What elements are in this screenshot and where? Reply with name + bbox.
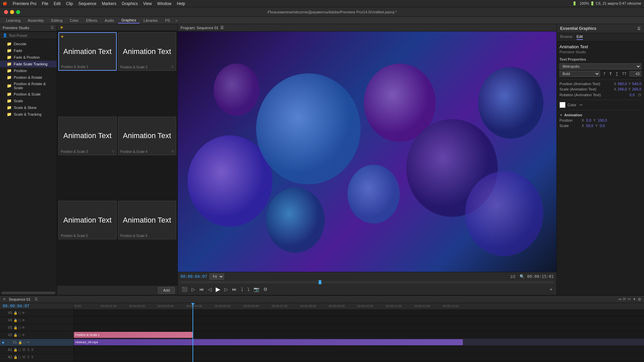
timeline-playhead[interactable] bbox=[193, 309, 193, 362]
position-x-value[interactable]: 960,0 bbox=[618, 82, 627, 86]
export-frame-button[interactable]: 📷 bbox=[252, 286, 261, 293]
preset-scale[interactable]: 📁 Scale bbox=[0, 98, 57, 104]
v5-track-content[interactable] bbox=[74, 309, 644, 316]
v1-clip[interactable]: Abstract_08.mp4 bbox=[74, 339, 463, 345]
v5-eye-icon[interactable]: 👁 bbox=[22, 311, 25, 315]
maximize-button[interactable] bbox=[16, 10, 20, 14]
tab-editing[interactable]: Editing bbox=[48, 18, 66, 23]
insert-button[interactable]: ⤵ bbox=[239, 286, 245, 293]
ripple-edit-tool[interactable]: ⟳ bbox=[623, 297, 626, 302]
menu-help[interactable]: Help bbox=[177, 1, 185, 6]
font-size-input[interactable] bbox=[630, 71, 641, 76]
anim-position-x-value[interactable]: 0,0 bbox=[586, 118, 591, 122]
preset-position[interactable]: 📁 Position bbox=[0, 67, 57, 74]
overwrite-button[interactable]: ⤵ bbox=[246, 286, 251, 293]
v3-eye-icon[interactable]: 👁 bbox=[22, 326, 25, 329]
close-button[interactable] bbox=[4, 10, 8, 14]
tab-libraries[interactable]: Libraries bbox=[140, 18, 161, 23]
menu-window[interactable]: Window bbox=[157, 1, 172, 6]
a1-sync-icon[interactable]: ⬡ bbox=[18, 348, 21, 352]
preset-card-2[interactable]: Animation Text Position & Scale 2 ☆ bbox=[118, 32, 176, 71]
play-button[interactable]: ▶ bbox=[214, 285, 222, 294]
color-swatch[interactable] bbox=[559, 102, 566, 108]
anim-scale-x-value[interactable]: 50,0 bbox=[586, 124, 593, 128]
preset-fade-scale-tracking[interactable]: 📁 Fade Scale Tracking bbox=[0, 61, 57, 67]
menu-edit[interactable]: Edit bbox=[54, 1, 61, 6]
scale-x-value[interactable]: 266,0 bbox=[618, 87, 627, 91]
monitor-scrubbar[interactable] bbox=[180, 281, 554, 284]
mark-in-button[interactable]: ⬛ bbox=[180, 286, 189, 293]
a2-sync-icon[interactable]: ⬡ bbox=[18, 355, 21, 359]
current-timecode[interactable]: 00:00:04:07 bbox=[180, 274, 207, 279]
tab-assembly[interactable]: Assembly bbox=[24, 18, 47, 23]
scale-y-value[interactable]: 266,0 bbox=[632, 87, 641, 91]
settings-button[interactable]: ⚙ bbox=[262, 286, 269, 293]
timeline-menu-icon[interactable]: ☰ bbox=[35, 297, 38, 301]
v3-track-content[interactable] bbox=[74, 324, 644, 331]
anim-position-y-value[interactable]: 100,0 bbox=[598, 118, 607, 122]
menu-premiere-pro[interactable]: Premiere Pro bbox=[13, 1, 37, 6]
preset-fade-position[interactable]: 📁 Fade & Position bbox=[0, 54, 57, 61]
timeline-close-icon[interactable]: ✕ bbox=[3, 297, 6, 302]
menu-view[interactable]: View bbox=[143, 1, 152, 6]
track-select-tool[interactable]: ⇥ bbox=[618, 297, 621, 302]
preset-card-1[interactable]: ★ Animation Text Position & Scale 1 bbox=[58, 32, 117, 71]
mark-out-button[interactable]: ▷ bbox=[190, 286, 197, 293]
prev-edit-button[interactable]: ⏮ bbox=[198, 286, 205, 293]
more-tabs-icon[interactable]: » bbox=[175, 18, 177, 22]
edit-color-icon[interactable]: ✏ bbox=[580, 103, 583, 107]
italic-button[interactable]: T bbox=[602, 72, 606, 76]
v2-eye-icon[interactable]: 👁 bbox=[22, 333, 25, 337]
monitor-menu-icon[interactable]: ☰ bbox=[220, 25, 224, 30]
v1-eye-icon[interactable]: 👁 bbox=[26, 341, 30, 344]
preset-position-rotate-scale[interactable]: 📁 Position & Rotate & Scale bbox=[0, 81, 57, 91]
preset-decode[interactable]: 📁 Decode bbox=[0, 41, 57, 47]
tab-graphics[interactable]: Graphics bbox=[118, 17, 140, 23]
rotation-value[interactable]: 0,0 bbox=[630, 93, 635, 97]
zoom-tool[interactable]: ⊕ bbox=[638, 297, 641, 302]
animation-header[interactable]: ▼ Animation bbox=[559, 113, 641, 117]
a2-track-content[interactable] bbox=[74, 353, 644, 361]
zoom-icon[interactable]: 🔍 bbox=[520, 274, 525, 279]
v4-track-content[interactable] bbox=[74, 316, 644, 324]
add-marker-button[interactable]: + bbox=[548, 286, 554, 293]
a1-mic-icon[interactable]: 🎙 bbox=[31, 348, 34, 352]
rotation-dial-icon[interactable]: ◷ bbox=[638, 93, 641, 97]
menu-clip[interactable]: Clip bbox=[66, 1, 73, 6]
bold-button[interactable]: T bbox=[608, 72, 613, 76]
tab-effects[interactable]: Effects bbox=[83, 18, 100, 23]
eg-tab-browse[interactable]: Browse bbox=[560, 35, 573, 40]
razor-tool[interactable]: ✂ bbox=[628, 297, 631, 302]
hand-tool[interactable]: ✦ bbox=[633, 297, 636, 302]
tab-color[interactable]: Color bbox=[66, 18, 82, 23]
preset-card-5[interactable]: Animation Text Position & Scale 5 bbox=[58, 201, 117, 239]
left-panel-scrollbar[interactable] bbox=[0, 291, 57, 295]
preset-card-3[interactable]: Animation Text Position & Scale 3 ☆ bbox=[58, 117, 117, 155]
v1-sync-icon[interactable]: ⬡ bbox=[23, 341, 26, 344]
a3-track-content[interactable] bbox=[74, 361, 644, 362]
panel-menu-icon[interactable]: ☰ bbox=[51, 25, 54, 30]
menu-graphics[interactable]: Graphics bbox=[122, 1, 138, 6]
v5-sync-icon[interactable]: ⬡ bbox=[18, 311, 21, 315]
v2-lock-icon[interactable]: 🔒 bbox=[13, 333, 17, 337]
menu-markers[interactable]: Markers bbox=[102, 1, 116, 6]
preset-card-4[interactable]: Animation Text Position & Scale 4 ☆ bbox=[118, 117, 176, 155]
allcaps-button[interactable]: TT bbox=[621, 72, 628, 76]
v2-sync-icon[interactable]: ⬡ bbox=[18, 333, 21, 337]
fit-dropdown[interactable]: Fit bbox=[210, 274, 224, 280]
menu-file[interactable]: File bbox=[42, 1, 48, 6]
preset-position-rotate[interactable]: 📁 Position & Rotate bbox=[0, 74, 57, 81]
v1-track-content[interactable]: Abstract_08.mp4 bbox=[74, 339, 644, 346]
preset-fade[interactable]: 📁 Fade bbox=[0, 47, 57, 54]
minimize-button[interactable] bbox=[10, 10, 14, 14]
v4-sync-icon[interactable]: ⬡ bbox=[18, 318, 21, 322]
a1-track-content[interactable] bbox=[74, 346, 644, 353]
tab-ps[interactable]: PS bbox=[162, 18, 173, 23]
eg-tab-edit[interactable]: Edit bbox=[577, 35, 583, 40]
apple-menu[interactable]: 🍎 bbox=[3, 1, 7, 6]
timeline-timecode-display[interactable]: 00:00:04:07 bbox=[0, 303, 73, 309]
a1-lock-icon[interactable]: 🔒 bbox=[13, 348, 17, 352]
step-forward-button[interactable]: ▷ bbox=[223, 286, 229, 293]
v2-clip[interactable]: Position & Scale 1 bbox=[74, 332, 193, 338]
v4-eye-icon[interactable]: 👁 bbox=[22, 318, 25, 322]
